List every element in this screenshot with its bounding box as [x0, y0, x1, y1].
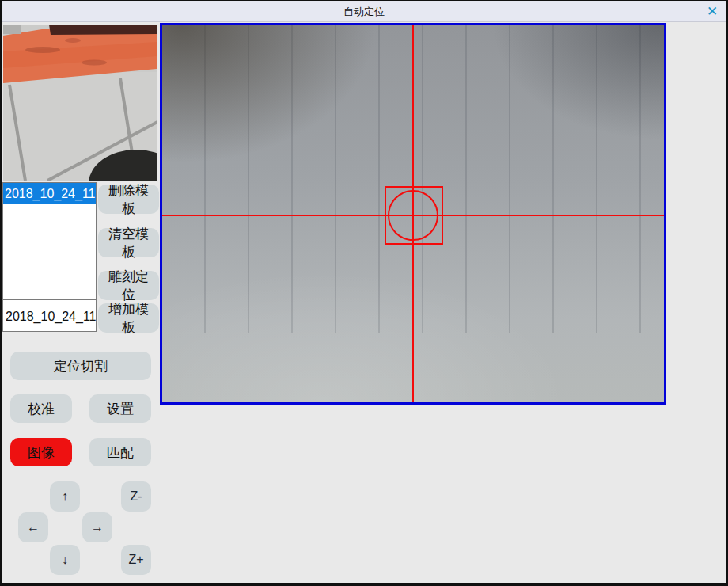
- image-button[interactable]: 图像: [10, 438, 72, 466]
- engrave-position-button[interactable]: 雕刻定位: [98, 271, 159, 300]
- add-template-button[interactable]: 增加模板: [98, 303, 159, 333]
- titlebar: 自动定位 ✕: [2, 1, 726, 22]
- jog-z-plus-button[interactable]: Z+: [121, 545, 151, 575]
- jog-down-button[interactable]: ↓: [50, 545, 80, 575]
- template-list[interactable]: 2018_10_24_11: [2, 182, 97, 299]
- settings-button[interactable]: 设置: [89, 394, 151, 423]
- crosshair-target-circle: [388, 190, 438, 241]
- position-cut-button[interactable]: 定位切割: [10, 352, 151, 380]
- clear-templates-button[interactable]: 清空模板: [98, 228, 159, 257]
- match-button[interactable]: 匹配: [89, 438, 151, 466]
- template-list-item-selected[interactable]: 2018_10_24_11: [3, 183, 96, 204]
- jog-z-minus-button[interactable]: Z-: [121, 481, 151, 512]
- close-icon[interactable]: ✕: [703, 3, 721, 21]
- template-thumbnail-image: [3, 25, 157, 181]
- jog-right-button[interactable]: →: [82, 512, 112, 542]
- calibrate-button[interactable]: 校准: [10, 394, 72, 423]
- jog-left-button[interactable]: ←: [18, 512, 48, 542]
- template-name-field[interactable]: [2, 299, 97, 332]
- camera-viewport[interactable]: [160, 23, 666, 405]
- dialog-title: 自动定位: [2, 1, 726, 22]
- auto-position-dialog: 自动定位 ✕ 2018_10_24_11 删除模板 清空模板 雕刻定位 增加模板…: [0, 0, 728, 586]
- delete-template-button[interactable]: 删除模板: [98, 185, 159, 214]
- jog-up-button[interactable]: ↑: [50, 481, 80, 512]
